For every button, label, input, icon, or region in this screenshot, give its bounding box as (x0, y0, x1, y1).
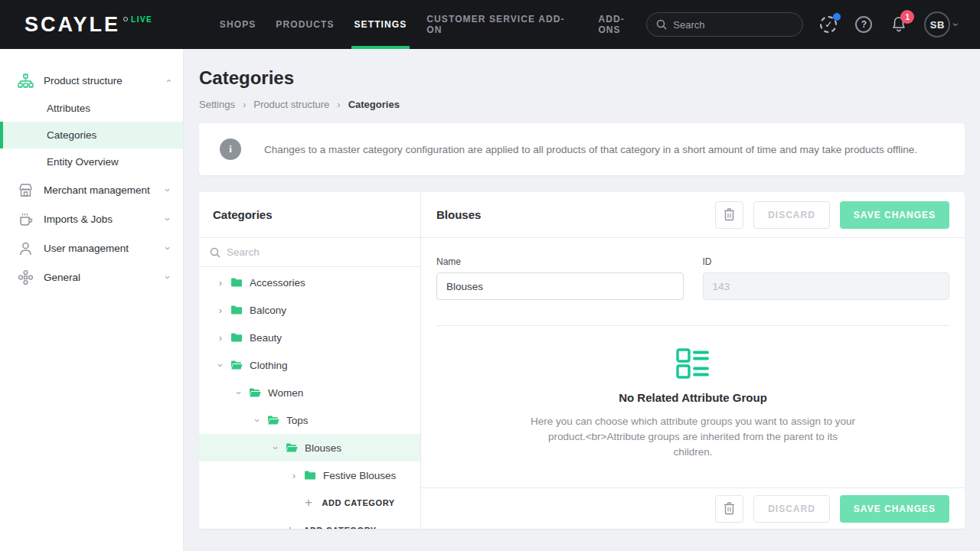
status-notification-dot (833, 13, 841, 21)
folder-open-icon (249, 387, 261, 398)
folder-closed-icon (230, 332, 243, 343)
breadcrumb-product-structure[interactable]: Product structure (253, 99, 329, 110)
name-field[interactable] (436, 272, 684, 300)
sidebar-section-label: Product structure (44, 75, 166, 86)
system-status-button[interactable]: ✓ (818, 15, 838, 34)
info-icon: i (220, 139, 241, 160)
folder-open-icon (230, 360, 243, 370)
chevron-right-icon[interactable]: › (216, 305, 225, 315)
sidebar-item-product-structure[interactable]: Product structure › (0, 66, 183, 95)
chevron-right-icon[interactable]: › (216, 278, 225, 288)
attribute-group-icon (676, 348, 710, 379)
sidebar-item-user-management[interactable]: User management › (0, 233, 183, 262)
shop-icon (17, 181, 34, 198)
breadcrumb-categories: Categories (348, 99, 400, 110)
breadcrumb-separator-icon: › (337, 99, 340, 109)
add-category-button[interactable]: + ADD CATEGORY (199, 489, 420, 517)
tree-item-women[interactable]: › Women (199, 379, 420, 406)
category-tree: › Accessories › Balcony › Beauty › (199, 267, 420, 529)
tree-item-blouses[interactable]: › Blouses (199, 434, 420, 461)
notifications-button[interactable]: 1 (889, 15, 909, 34)
detail-title: Blouses (436, 208, 481, 221)
user-icon (17, 240, 34, 256)
category-detail-panel: Blouses DISCARD SAVE CHANGES Name (421, 192, 965, 529)
plus-icon: + (286, 523, 295, 529)
sidebar-section-label: Imports & Jobs (44, 214, 166, 225)
info-banner-text: Changes to a master category configurati… (264, 144, 917, 155)
sidebar-item-categories[interactable]: Categories (0, 122, 183, 148)
chevron-right-icon[interactable]: › (216, 333, 225, 343)
add-category-button[interactable]: + ADD CATEGORY (199, 517, 420, 529)
trash-icon (724, 502, 735, 515)
tree-item-beauty[interactable]: › Beauty (199, 324, 420, 351)
coffee-cup-icon (17, 210, 34, 227)
search-input[interactable] (673, 19, 788, 31)
breadcrumb: Settings › Product structure › Categorie… (199, 99, 965, 110)
help-button[interactable]: ? (854, 15, 874, 34)
sidebar-section-label: Merchant management (44, 184, 166, 196)
main-nav: SHOPS PRODUCTS SETTINGS CUSTOMER SERVICE… (220, 0, 646, 49)
chevron-down-icon[interactable]: › (234, 388, 244, 397)
chevron-down-icon[interactable]: › (271, 443, 281, 452)
name-field-label: Name (436, 256, 684, 267)
top-navbar: SCAYLE LIVE SHOPS PRODUCTS SETTINGS CUST… (0, 0, 980, 49)
notification-count-badge: 1 (900, 10, 914, 24)
detail-footer: DISCARD SAVE CHANGES (421, 487, 965, 529)
sidebar-item-attributes[interactable]: Attributes (0, 95, 183, 122)
tree-search-input[interactable] (227, 246, 395, 258)
chevron-down-icon: › (162, 276, 172, 279)
sidebar-item-entity-overview[interactable]: Entity Overview (0, 148, 183, 175)
sidebar-item-imports-jobs[interactable]: Imports & Jobs › (0, 204, 183, 233)
chevron-down-icon: › (952, 23, 962, 27)
chevron-down-icon[interactable]: › (216, 360, 226, 370)
nav-item-settings[interactable]: SETTINGS (354, 0, 407, 49)
plus-icon: + (305, 495, 313, 510)
chevron-up-icon: › (162, 79, 172, 82)
nav-item-products[interactable]: PRODUCTS (276, 0, 334, 49)
id-field (703, 272, 950, 300)
chevron-right-icon[interactable]: › (289, 471, 299, 481)
account-menu[interactable]: SB › (924, 11, 959, 37)
delete-category-button[interactable] (715, 201, 743, 229)
tree-search[interactable] (199, 238, 420, 267)
scayle-logo[interactable]: SCAYLE LIVE (0, 12, 183, 37)
nav-item-add-ons[interactable]: ADD-ONS (598, 0, 646, 49)
global-search[interactable] (646, 12, 803, 37)
tree-item-balcony[interactable]: › Balcony (199, 296, 420, 324)
discard-button[interactable]: DISCARD (753, 495, 830, 523)
delete-category-button[interactable] (715, 495, 743, 523)
chevron-down-icon[interactable]: › (253, 416, 263, 425)
sidebar-item-general[interactable]: General › (0, 262, 183, 292)
folder-closed-icon (230, 305, 243, 315)
tree-item-tops[interactable]: › Tops (199, 406, 420, 434)
help-icon: ? (855, 16, 872, 33)
save-changes-button[interactable]: SAVE CHANGES (840, 495, 949, 523)
sidebar-item-merchant-management[interactable]: Merchant management › (0, 175, 183, 204)
live-badge: LIVE (131, 15, 152, 24)
sidebar-section-label: General (44, 272, 166, 283)
page-title: Categories (199, 67, 965, 89)
search-icon (210, 247, 220, 258)
folder-closed-icon (304, 470, 316, 481)
sidebar-section-label: User management (44, 243, 166, 254)
tree-item-accessories[interactable]: › Accessories (199, 269, 420, 296)
categories-card: Categories › Accessories › Balcony › (199, 192, 965, 529)
breadcrumb-settings[interactable]: Settings (199, 99, 235, 110)
avatar: SB (924, 11, 950, 37)
nav-item-shops[interactable]: SHOPS (220, 0, 256, 49)
tree-item-festive-blouses[interactable]: › Festive Blouses (199, 461, 420, 489)
breadcrumb-separator-icon: › (243, 99, 246, 109)
trash-icon (724, 208, 735, 221)
main-content: Categories Settings › Product structure … (184, 49, 980, 551)
save-changes-button[interactable]: SAVE CHANGES (840, 201, 949, 229)
chevron-down-icon: › (162, 246, 172, 249)
chevron-down-icon: › (162, 188, 172, 191)
attribute-group-empty-state: No Related Attribute Group Here you can … (436, 326, 949, 487)
tree-panel-title: Categories (199, 192, 420, 238)
folder-open-icon (286, 442, 298, 453)
tree-item-clothing[interactable]: › Clothing (199, 351, 420, 379)
nav-item-customer-service-add-on[interactable]: CUSTOMER SERVICE ADD-ON (426, 0, 578, 49)
discard-button[interactable]: DISCARD (753, 201, 830, 229)
logo-text: SCAYLE (24, 12, 120, 37)
info-banner: i Changes to a master category configura… (199, 123, 965, 175)
